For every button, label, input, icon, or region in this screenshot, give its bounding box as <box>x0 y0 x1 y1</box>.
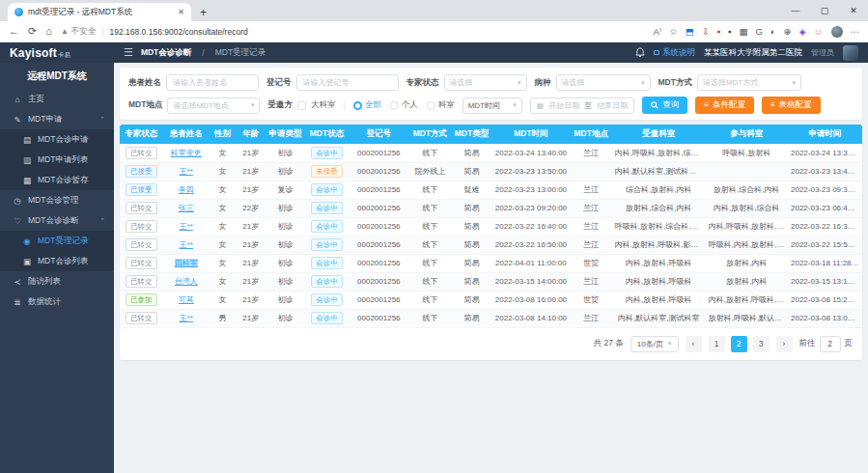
cell-mdt_time: 2022-03-22 16:40:00 <box>491 217 571 236</box>
cell-mdt_type: 简易 <box>452 217 492 236</box>
time-type-select[interactable]: MDT时间 ▾ <box>462 97 522 114</box>
chevron-down-icon: ▾ <box>251 101 255 109</box>
browser-menu-icon[interactable]: ⋯ <box>851 27 860 37</box>
mdt-mode-select[interactable]: 请选择MDT方式 ▾ <box>697 74 801 91</box>
collapse-menu-icon[interactable]: ☰ <box>124 46 133 59</box>
mdt-mode-label: MDT方式 <box>658 77 692 89</box>
big-dept-checkbox-label[interactable]: 大科室 <box>311 99 336 111</box>
mdt-place-select[interactable]: 请选择MDT地点 ▾ <box>167 97 260 114</box>
patient-name-link[interactable]: 四科室 <box>175 259 198 267</box>
reader-icon[interactable]: A⁾ <box>653 27 661 37</box>
collections-icon[interactable]: ⬒ <box>686 27 694 37</box>
goto-page-input[interactable] <box>820 336 841 352</box>
disease-select[interactable]: 请选择 ▾ <box>556 74 651 91</box>
sidebar-item-mdt-accept-record[interactable]: ◉MDT受理记录 <box>0 231 114 251</box>
window-close-button[interactable]: ✕ <box>839 0 868 21</box>
prev-page-button[interactable]: ‹ <box>686 336 702 352</box>
cell-mdt_time: 2022-03-23 13:00:00 <box>491 181 571 199</box>
breadcrumb-section[interactable]: MDT会诊诊断 <box>141 47 191 59</box>
search-button[interactable]: 查询 <box>642 97 687 114</box>
config-icon: ≡ <box>770 101 775 109</box>
window-maximize-button[interactable]: ▢ <box>810 0 839 21</box>
sidebar-item-mdt-apply[interactable]: ✎MDT申请⌃ <box>0 109 114 129</box>
extension-icon[interactable]: ▦ <box>739 27 747 37</box>
status-badge: 会诊中 <box>311 183 343 196</box>
cell-age: 21岁 <box>236 309 266 327</box>
security-warning[interactable]: ▲ 不安全 <box>61 26 96 38</box>
extension-icon[interactable]: ▪ <box>728 27 731 37</box>
extension-icon[interactable]: ◈ <box>798 27 805 37</box>
bell-icon[interactable] <box>635 47 645 58</box>
patient-name-link[interactable]: 李四 <box>179 185 194 194</box>
page-size-select[interactable]: 10条/页 ▾ <box>630 336 679 352</box>
sidebar-item-label: MDT会诊列表 <box>38 256 88 267</box>
cell-gender: 女 <box>210 181 236 199</box>
date-range-picker[interactable]: ▦ 开始日期 至 结束日期 <box>530 97 635 114</box>
next-page-button[interactable]: › <box>776 336 793 352</box>
total-count: 共 27 条 <box>594 338 624 349</box>
patient-name-link[interactable]: 王** <box>180 167 193 176</box>
patient-name-link[interactable]: 王** <box>180 240 193 249</box>
filter-panel: 患者姓名 登记号 专家状态 请选择 ▾ 病种 请选 <box>120 68 862 120</box>
patient-name-input[interactable] <box>166 74 259 91</box>
extension-icon[interactable]: ▪ <box>717 27 720 37</box>
cell-gender: 男 <box>210 309 236 327</box>
status-badge: 会诊中 <box>311 238 343 251</box>
table-row: 已转交张三女22岁初诊会诊中0002001256线下简易2022-03-23 0… <box>120 199 862 217</box>
sidebar-item-mdt-consult-list[interactable]: ▣MDT会诊列表 <box>0 251 114 271</box>
url-field[interactable]: ▲ 不安全 | 192.168.0.156:9002/consultate/re… <box>61 26 645 38</box>
browser-profile-avatar[interactable] <box>831 26 843 38</box>
cell-mdt_status: 会诊中 <box>304 254 349 272</box>
refresh-icon[interactable]: ⟳ <box>28 26 37 37</box>
window-minimize-button[interactable]: — <box>781 0 810 21</box>
condition-config-button[interactable]: ≡ 条件配置 <box>695 97 754 114</box>
register-no-input[interactable] <box>296 74 399 91</box>
invitee-radio-全部[interactable]: 全部 <box>353 99 381 111</box>
page-button-2[interactable]: 2 <box>731 336 747 352</box>
sidebar-item-data-stats[interactable]: ≣数据统计 <box>0 292 114 312</box>
cell-join_depts: 内科,放射科,呼吸科,测试科室 <box>706 291 788 309</box>
invitee-radio-个人[interactable]: 个人 <box>390 99 418 111</box>
system-help-link[interactable]: 系统说明 <box>654 47 695 59</box>
patient-name-link[interactable]: 王** <box>180 314 193 322</box>
table-config-button[interactable]: ≡ 表格配置 <box>762 97 821 114</box>
patient-name-link[interactable]: 科室变更 <box>171 149 202 157</box>
status-badge: 已转交 <box>126 312 157 324</box>
status-badge: 未接受 <box>311 165 343 178</box>
extension-icon[interactable]: ◐ <box>770 27 776 37</box>
expert-status-select[interactable]: 请选择 ▾ <box>444 74 527 91</box>
table-row: 已转交四科室女21岁初诊会诊中0002001256线下简易2022-04-01 … <box>120 254 862 272</box>
sidebar-item-mdt-consult-manage[interactable]: ◷MDT会诊管理 <box>0 190 114 210</box>
sidebar-item-mdt-consult-diag[interactable]: ♡MDT会诊诊断⌃ <box>0 210 114 231</box>
extension-icon[interactable]: G <box>755 27 762 37</box>
page-button-3[interactable]: 3 <box>753 336 770 352</box>
browser-tab-strip: mdt受理记录 - 远程MDT系统 ✕ + — ▢ ✕ <box>0 0 868 21</box>
patient-name-link[interactable]: 台湾人 <box>175 277 198 286</box>
download-icon[interactable]: ⇩ <box>702 27 710 37</box>
invitee-radio-科室[interactable]: 科室 <box>427 99 455 111</box>
browser-tab[interactable]: mdt受理记录 - 远程MDT系统 ✕ <box>8 3 191 21</box>
col-header-mdt_mode: MDT方式 <box>408 125 452 144</box>
tab-close-icon[interactable]: ✕ <box>178 8 184 16</box>
sidebar-item-mdt-apply-list[interactable]: ▥MDT申请列表 <box>0 150 114 170</box>
patient-name-link[interactable]: 王** <box>180 222 193 231</box>
extension-icon[interactable]: ☺ <box>814 27 824 37</box>
sidebar-item-home[interactable]: ⌂主页 <box>0 89 114 109</box>
disease-label: 病种 <box>535 77 551 89</box>
favorite-star-icon[interactable]: ☆ <box>669 27 678 37</box>
page-button-1[interactable]: 1 <box>709 336 725 352</box>
sidebar-item-label: 数据统计 <box>28 296 61 308</box>
sidebar-item-mdt-consult-draft[interactable]: ▦MDT会诊暂存 <box>0 170 114 190</box>
sidebar-item-mdt-consult-apply[interactable]: ▤MDT会诊申请 <box>0 129 114 150</box>
new-tab-button[interactable]: + <box>200 7 207 18</box>
cell-name: 台湾人 <box>163 272 210 291</box>
back-icon[interactable]: ← <box>9 26 19 37</box>
user-avatar[interactable] <box>843 45 858 61</box>
cell-mdt_status: 会诊中 <box>304 309 349 327</box>
home-icon[interactable]: ⌂ <box>45 26 52 37</box>
sidebar-item-followup-list[interactable]: ≺随访列表 <box>0 271 114 292</box>
patient-name-link[interactable]: 可其 <box>179 295 194 304</box>
extension-icon[interactable]: ⊕ <box>784 27 792 37</box>
big-dept-checkbox[interactable] <box>297 101 306 110</box>
patient-name-link[interactable]: 张三 <box>179 204 194 212</box>
